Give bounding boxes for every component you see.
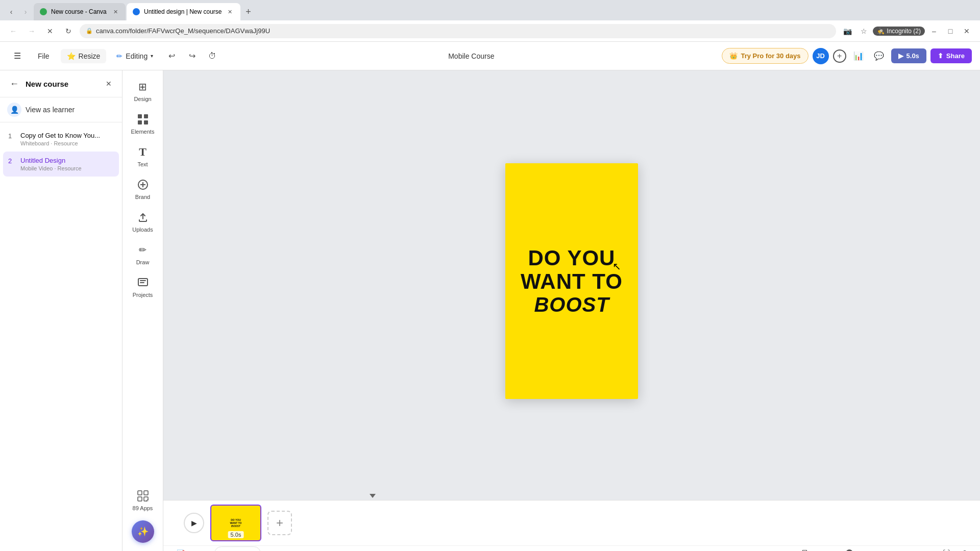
design-canvas[interactable]: DO YOU WANT TO BOOST (505, 163, 638, 399)
notes-icon: 📝 (177, 549, 185, 552)
nav-back-button[interactable]: ← (6, 24, 20, 38)
course-item-2[interactable]: 2 Untitled Design Mobile Video · Resourc… (3, 152, 119, 177)
tab-untitled-design[interactable]: Untitled design | New course ✕ (127, 3, 240, 20)
file-menu[interactable]: File (31, 49, 57, 63)
browser-chrome: ‹ › New course - Canva ✕ Untitled design… (0, 0, 980, 42)
camera-off-icon: 📷 (840, 24, 854, 38)
course-name-label[interactable]: Mobile Course (441, 49, 501, 63)
svg-rect-6 (138, 491, 142, 495)
apps-tool[interactable]: 89 Apps (125, 484, 161, 516)
canvas-line2: WANT TO (521, 270, 623, 293)
share-btn[interactable]: ⬆ Share (930, 48, 972, 63)
learner-icon: 👤 (7, 103, 21, 117)
add-collaborator-button[interactable]: + (833, 49, 846, 63)
brand-tool[interactable]: Brand (125, 172, 161, 205)
bar-chart-icon[interactable]: 📊 (850, 48, 867, 64)
canvas-area[interactable]: DO YOU WANT TO BOOST ↖ (163, 70, 980, 492)
add-slide-button[interactable]: + (267, 511, 292, 535)
tab-close-2[interactable]: ✕ (226, 8, 234, 16)
try-pro-btn[interactable]: 👑 Try Pro for 30 days (722, 48, 808, 64)
nav-stop-button[interactable]: ✕ (43, 24, 57, 38)
svg-rect-3 (144, 120, 148, 124)
undo-control[interactable]: ↩ (163, 48, 180, 64)
elements-tool[interactable]: Elements (125, 107, 161, 140)
fit-view-icon[interactable]: ▭ (902, 546, 917, 551)
zoom-control: 26% (816, 549, 898, 552)
view-as-learner-button[interactable]: 👤 View as learner (0, 97, 122, 122)
grid-view-icon[interactable]: ⊞ (921, 546, 935, 551)
browser-minimize[interactable]: – (927, 24, 941, 38)
uploads-tool[interactable]: Uploads (125, 205, 161, 238)
item-title-1: Copy of Get to Know You... (20, 132, 100, 139)
toolbar: ☰ File ⭐ Resize ✏ Editing ▾ ↩ ↪ ⏱ Mobile… (0, 42, 980, 70)
slide-thumbnail-1[interactable]: DO YOUWANT TOBOOST 5.0s (210, 505, 261, 541)
design-tool[interactable]: ⊞ Design (125, 74, 161, 107)
chat-bubble-icon[interactable]: 💬 (871, 48, 887, 64)
magic-button[interactable]: ✨ (132, 520, 154, 543)
editor-area: DO YOU WANT TO BOOST ↖ ▶ (163, 70, 980, 551)
duration-button[interactable]: ▶ Duration (214, 546, 261, 552)
present-play-icon: ▶ (898, 52, 903, 60)
tabs-bar: ‹ › New course - Canva ✕ Untitled design… (0, 0, 980, 20)
draw-tool[interactable]: ✏ Draw (125, 238, 161, 270)
address-text: canva.com/folder/FAFVwcrQe_M/sequence/DA… (96, 27, 270, 35)
course-items-list: 1 Copy of Get to Know You... Whiteboard … (0, 122, 122, 551)
bottom-controls: 📝 Notes ▶ Duration 0:00 / 0:05 🖥 (163, 545, 980, 551)
nav-forward-button[interactable]: → (24, 24, 39, 38)
time-display: 0:00 / 0:05 (762, 549, 793, 552)
clock-icon[interactable]: ⏱ (204, 48, 220, 64)
lock-icon: 🔒 (86, 28, 93, 34)
text-icon: T (136, 145, 150, 159)
back-to-courses-button[interactable]: ← (7, 77, 21, 91)
brand-icon (136, 178, 150, 192)
tab-new-course[interactable]: New course - Canva ✕ (34, 3, 126, 20)
duration-play-icon: ▶ (221, 549, 226, 552)
item-info-2: Untitled Design Mobile Video · Resource (20, 157, 82, 171)
elements-icon (136, 112, 150, 127)
item-title-2: Untitled Design (20, 157, 82, 164)
item-number-1: 1 (8, 132, 16, 140)
course-panel-close-button[interactable]: ✕ (103, 78, 115, 90)
text-label: Text (137, 161, 148, 167)
avatar-jd[interactable]: JD (813, 48, 829, 64)
brand-label: Brand (135, 194, 150, 200)
item-number-2: 2 (8, 157, 16, 165)
resize-control[interactable]: ⭐ Resize (61, 49, 107, 63)
browser-close[interactable]: ✕ (960, 24, 974, 38)
editing-control[interactable]: ✏ Editing ▾ (110, 49, 159, 63)
redo-control[interactable]: ↪ (184, 48, 200, 64)
timeline-play-button[interactable]: ▶ (184, 513, 204, 533)
edit-pencil-icon: ✏ (116, 52, 122, 60)
svg-rect-8 (138, 497, 142, 501)
draw-icon: ✏ (136, 243, 150, 257)
scrubber-arrow (370, 494, 376, 498)
browser-maximize[interactable]: □ (943, 24, 958, 38)
tab-title-1: New course - Canva (51, 8, 107, 15)
tab-nav-forward[interactable]: › (18, 5, 33, 19)
tab-nav-back[interactable]: ‹ (4, 5, 18, 19)
fullscreen-icon[interactable]: ⛶ (939, 546, 953, 551)
apps-label: 89 Apps (133, 505, 153, 511)
bookmark-icon[interactable]: ☆ (856, 24, 871, 38)
timeline-track: ▶ DO YOUWANT TOBOOST 5.0s + (163, 500, 980, 545)
canvas-line1: DO YOU (521, 246, 623, 270)
projects-tool[interactable]: Projects (125, 270, 161, 303)
uploads-icon (136, 210, 150, 224)
new-tab-button[interactable]: + (241, 5, 256, 19)
address-bar[interactable]: 🔒 canva.com/folder/FAFVwcrQe_M/sequence/… (80, 24, 836, 38)
monitor-icon[interactable]: 🖥 (797, 546, 812, 551)
body-row: ← New course ✕ 👤 View as learner 1 Copy … (0, 70, 980, 551)
drop-chevron-icon: ▾ (151, 53, 153, 59)
duration-label: Duration (229, 549, 254, 552)
hamburger-icon[interactable]: ☰ (8, 47, 27, 65)
tab-favicon-1 (40, 8, 47, 15)
nav-refresh-button[interactable]: ↻ (61, 24, 76, 38)
help-icon[interactable]: ? (958, 546, 972, 551)
text-tool[interactable]: T Text (125, 140, 161, 172)
tab-close-1[interactable]: ✕ (111, 8, 119, 16)
present-btn[interactable]: ▶ 5.0s (891, 48, 926, 63)
course-item-1[interactable]: 1 Copy of Get to Know You... Whiteboard … (3, 127, 119, 152)
notes-button[interactable]: 📝 Notes (172, 546, 210, 552)
incognito-icon: 🕵 (877, 28, 885, 35)
canvas-line3: BOOST (521, 293, 623, 316)
